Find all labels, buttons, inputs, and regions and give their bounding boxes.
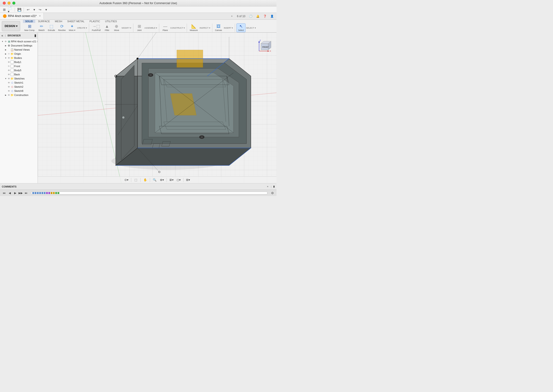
construction-eye-icon[interactable]: 👁 — [7, 93, 11, 97]
back-eye-icon[interactable]: 👁 — [7, 73, 11, 76]
user-avatar[interactable]: 👤 — [270, 15, 274, 18]
front-eye-icon[interactable]: 👁✕ — [7, 65, 11, 68]
tree-item-construction[interactable]: ▶ 👁 📁 Construction — [0, 93, 38, 97]
create-more-btn[interactable]: ✦ More ▾ — [68, 24, 77, 32]
tree-item-root[interactable]: ▼ 👁 ▣ RPi4 4inch screen v21 ⚙ ⊙ — [0, 39, 38, 43]
sketches-eye-icon[interactable]: 👁 — [7, 77, 11, 80]
viewcube[interactable]: Z X FRONT — [255, 36, 273, 55]
tab-sheet-metal[interactable]: SHEET METAL — [65, 20, 87, 23]
undo-dropdown-icon[interactable]: ▾ — [32, 7, 37, 12]
origin-eye-icon[interactable]: 👁 — [7, 52, 11, 56]
shading-btn[interactable]: ◻▾ — [176, 177, 181, 183]
animation-timeline[interactable] — [31, 192, 267, 194]
notification-icon[interactable]: 🔔 — [256, 15, 260, 18]
select-btn[interactable]: ↖ Select — [236, 23, 246, 32]
anim-marker[interactable] — [32, 192, 34, 194]
create-sketch-btn[interactable]: ✏ Sketch — [37, 24, 46, 32]
tree-item-sketch2[interactable]: 👁 ⬡ Sketch2 — [0, 85, 38, 89]
new-component-btn[interactable]: ⊞ New Comp. — [23, 24, 36, 32]
anim-marker[interactable] — [46, 192, 48, 194]
anim-prev-btn[interactable]: ◀ — [7, 191, 12, 195]
measure-btn[interactable]: 📐 Measure — [188, 24, 199, 32]
anim-marker[interactable] — [44, 192, 46, 194]
anim-marker[interactable] — [57, 192, 59, 194]
anim-marker[interactable] — [53, 192, 55, 194]
plane-btn[interactable]: — Plane — [161, 24, 170, 32]
tree-item-doc-settings[interactable]: ▶ ⚙ Document Settings — [0, 43, 38, 48]
move-btn[interactable]: ⊕ Move — [112, 24, 121, 32]
zoom-fit-btn[interactable]: 🔍 — [152, 177, 157, 183]
anim-skip-fwd-btn[interactable]: ⏭ — [24, 191, 28, 195]
root-eye-icon[interactable]: 👁 — [4, 40, 7, 43]
tree-item-body1[interactable]: 👁 Body1 — [0, 60, 38, 64]
canvas-btn[interactable]: 🖼 Canvas — [214, 24, 224, 32]
tab-utilities[interactable]: UTILITIES — [103, 20, 119, 23]
browser-back-btn[interactable]: « — [1, 34, 3, 37]
body1-eye-icon[interactable]: 👁 — [7, 60, 11, 64]
file-menu-icon[interactable]: 📄▾ — [8, 7, 13, 12]
anim-marker[interactable] — [51, 192, 52, 194]
comments-panel-collapse-btn[interactable]: ▮ — [273, 185, 275, 188]
anim-marker[interactable] — [37, 192, 39, 194]
fillet-btn[interactable]: ▲ Fillet — [102, 24, 112, 32]
grid-btn[interactable]: ⊞▾ — [185, 177, 191, 183]
sketch1-eye-icon[interactable]: 👁 — [7, 81, 11, 84]
tree-item-back[interactable]: 👁 Back — [0, 72, 38, 77]
tree-item-sketches[interactable]: ▼ 👁 📁 Sketches — [0, 77, 38, 81]
tree-item-body5[interactable]: 👁 Body5 — [0, 68, 38, 72]
tab-plastic[interactable]: PLASTIC — [87, 20, 102, 23]
anim-marker[interactable] — [42, 192, 43, 194]
anim-marker[interactable] — [39, 192, 41, 194]
anim-skip-back-btn[interactable]: ⏮ — [2, 191, 7, 195]
tree-item-named-views[interactable]: ▶ 👁 📋 Named Views — [0, 48, 38, 52]
extrude-btn[interactable]: ⬚ Extrude — [47, 24, 56, 32]
tree-item-bodies[interactable]: ▼ 👁 📁 Bodies — [0, 56, 38, 60]
anim-next-btn[interactable]: ▶▶ — [18, 191, 23, 195]
tree-item-origin[interactable]: ▶ 👁 📁 Origin — [0, 52, 38, 56]
tree-item-sketch1[interactable]: 👁 ⬡ Sketch1 — [0, 81, 38, 85]
body5-eye-icon[interactable]: 👁 — [7, 69, 11, 72]
origin-folder-icon: 📁 — [11, 52, 14, 56]
minimize-button[interactable] — [7, 2, 11, 5]
orbit-btn[interactable]: ⊙▾ — [124, 177, 129, 183]
maximize-button[interactable] — [12, 2, 15, 5]
more-icon: ✦ — [70, 24, 74, 29]
history-icon[interactable]: 🕐 — [249, 15, 252, 18]
bodies-eye-icon[interactable]: 👁 — [7, 56, 11, 60]
anim-marker[interactable] — [35, 192, 36, 194]
zoom-btn[interactable]: ⊕▾ — [159, 177, 165, 183]
tab-surface[interactable]: SURFACE — [36, 20, 52, 23]
redo-icon[interactable]: ↪ — [38, 7, 43, 12]
sketch8-eye-icon[interactable]: 👁 — [7, 89, 11, 92]
revolve-btn[interactable]: ⟳ Revolve — [57, 24, 67, 32]
viewport[interactable]: Z X FRONT ⊙▾ ⬚ ✋ 🔍 ⊕▾ 🖥▾ ◻ — [38, 33, 276, 183]
active-tab[interactable]: 🟠 RPi4 4inch screen v21* ✕ — [0, 13, 44, 20]
push-pull-btn[interactable]: →⬚ Push/Pull — [91, 24, 102, 32]
anim-marker[interactable] — [55, 192, 57, 194]
comments-add-btn[interactable]: ＋ — [266, 185, 269, 188]
sketch2-eye-icon[interactable]: 👁 — [7, 85, 11, 88]
tab-mesh[interactable]: MESH — [53, 20, 65, 23]
design-menu-button[interactable]: DESIGN ▾ — [2, 21, 20, 31]
undo-icon[interactable]: ↩ — [26, 7, 31, 12]
new-tab-btn[interactable]: ＋ — [230, 14, 233, 18]
anim-settings-btn[interactable]: ⚙ — [270, 191, 275, 195]
close-button[interactable] — [3, 2, 6, 5]
redo-dropdown-icon[interactable]: ▾ — [43, 7, 49, 12]
joint-btn[interactable]: ⊞ Joint — [135, 24, 144, 32]
pan-btn[interactable]: ✋ — [142, 177, 148, 183]
browser-collapse-btn[interactable]: ▮ — [34, 34, 36, 37]
apps-icon[interactable]: ⊞ — [2, 7, 7, 12]
display-mode-btn[interactable]: 🖥▾ — [169, 177, 174, 183]
save-icon[interactable]: 💾 — [17, 7, 22, 12]
tree-item-front[interactable]: 👁✕ Front — [0, 64, 38, 68]
help-icon[interactable]: ❓ — [263, 15, 267, 18]
view-snap-btn[interactable]: ⬚ — [133, 177, 139, 183]
anim-play-btn[interactable]: ▶ — [13, 191, 17, 195]
tab-solid[interactable]: SOLID — [23, 20, 35, 23]
root-gear-icon[interactable]: ⚙ — [37, 40, 38, 43]
tree-item-sketch8[interactable]: 👁 ⬡ Sketch8 — [0, 89, 38, 93]
tab-close-icon[interactable]: ✕ — [39, 15, 41, 17]
assemble-group: ⊞ Joint ASSEMBLE ▾ — [135, 24, 159, 32]
anim-marker[interactable] — [48, 192, 50, 194]
